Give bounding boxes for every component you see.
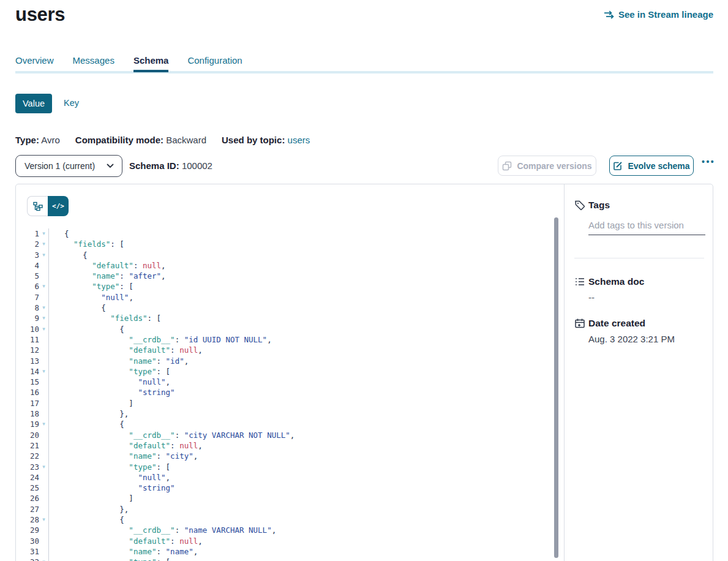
code-text: "__crdb__": "id UUID NOT NULL", <box>48 334 552 345</box>
code-line: 11 "__crdb__": "id UUID NOT NULL", <box>16 334 552 345</box>
code-line: 22 "name": "city", <box>16 451 552 461</box>
fold-spacer <box>39 504 48 514</box>
line-number: 2 <box>16 239 39 249</box>
version-select[interactable]: Version 1 (current) <box>15 155 122 177</box>
version-select-value: Version 1 (current) <box>24 161 95 171</box>
fold-arrow-icon[interactable]: ▾ <box>39 281 48 292</box>
code-line: 2▾ "fields": [ <box>16 239 552 249</box>
code-line: 29 "__crdb__": "name VARCHAR NULL", <box>16 525 552 535</box>
fold-spacer <box>39 377 48 387</box>
fold-arrow-icon[interactable]: ▾ <box>39 313 48 323</box>
code-view-icon: </> <box>52 202 64 210</box>
code-text: "type": [ <box>48 557 552 561</box>
code-line: 8▾ { <box>16 303 552 313</box>
code-text: "type": [ <box>48 366 552 377</box>
line-number: 6 <box>16 281 39 292</box>
fold-spacer <box>39 430 48 440</box>
code-line: 5 "name": "after", <box>16 271 552 281</box>
fold-spacer <box>39 398 48 409</box>
code-view-button[interactable]: </> <box>48 196 69 216</box>
evolve-schema-button[interactable]: Evolve schema <box>609 156 694 176</box>
code-line: 1▾{ <box>16 228 552 239</box>
stream-lineage-icon <box>604 10 614 19</box>
code-line: 18 }, <box>16 409 552 419</box>
schema-id-value: 100002 <box>182 160 212 171</box>
fold-arrow-icon[interactable]: ▾ <box>39 303 48 313</box>
fold-arrow-icon[interactable]: ▾ <box>39 462 48 472</box>
stream-lineage-link[interactable]: See in Stream lineage <box>604 9 713 20</box>
fold-arrow-icon[interactable]: ▾ <box>39 419 48 429</box>
code-text: "name": "city", <box>48 451 552 461</box>
line-number: 16 <box>16 387 39 397</box>
tab-configuration[interactable]: Configuration <box>187 55 242 70</box>
add-tags-input[interactable] <box>588 220 705 235</box>
line-number: 8 <box>16 303 39 313</box>
fold-spacer <box>39 525 48 535</box>
code-text: { <box>48 514 552 525</box>
value-toggle-button[interactable]: Value <box>15 94 52 113</box>
view-mode-toggle: </> <box>27 196 69 216</box>
line-number: 12 <box>16 345 39 355</box>
code-line: 21 "default": null, <box>16 440 552 451</box>
line-number: 5 <box>16 271 39 281</box>
compatibility-value: Backward <box>166 135 206 145</box>
code-line: 17 ] <box>16 398 552 409</box>
code-line: 23▾ "type": [ <box>16 462 552 472</box>
fold-spacer <box>39 271 48 281</box>
line-number: 18 <box>16 409 39 419</box>
line-number: 14 <box>16 366 39 377</box>
schema-meta-row: Type: Avro Compatibility mode: Backward … <box>15 135 310 145</box>
code-text: "name": "after", <box>48 271 552 281</box>
fold-spacer <box>39 387 48 397</box>
code-text: "default": null, <box>48 440 552 451</box>
line-number: 26 <box>16 493 39 503</box>
schema-panel: </> 1▾{2▾ "fields": [3▾ {4 "default": nu… <box>15 184 713 561</box>
line-number: 27 <box>16 504 39 514</box>
code-line: 31 "name": "name", <box>16 546 552 557</box>
line-number: 7 <box>16 292 39 303</box>
fold-spacer <box>39 440 48 451</box>
code-text: "__crdb__": "city VARCHAR NOT NULL", <box>48 430 552 440</box>
code-area[interactable]: 1▾{2▾ "fields": [3▾ {4 "default": null,5… <box>16 228 552 561</box>
fold-spacer <box>39 345 48 355</box>
line-number: 31 <box>16 546 39 557</box>
compatibility-field: Compatibility mode: Backward <box>75 135 206 145</box>
fold-arrow-icon[interactable]: ▾ <box>39 228 48 239</box>
key-toggle-button[interactable]: Key <box>64 98 79 108</box>
schema-sidebar: Tags Schema doc -- Date created Aug. 3 2… <box>565 184 713 561</box>
evolve-schema-label: Evolve schema <box>628 161 689 171</box>
fold-arrow-icon[interactable]: ▾ <box>39 557 48 561</box>
fold-spacer <box>39 483 48 493</box>
line-number: 4 <box>16 260 39 271</box>
fold-arrow-icon[interactable]: ▾ <box>39 514 48 525</box>
tab-overview[interactable]: Overview <box>15 55 54 70</box>
code-text: { <box>48 303 552 313</box>
fold-spacer <box>39 356 48 366</box>
compare-versions-button[interactable]: Compare versions <box>498 156 596 176</box>
tab-schema[interactable]: Schema <box>133 55 169 70</box>
stream-lineage-label: See in Stream lineage <box>618 9 713 20</box>
code-text: "type": [ <box>48 462 552 472</box>
more-options-button[interactable]: ••• <box>702 157 715 167</box>
code-text: "default": null, <box>48 536 552 546</box>
line-number: 28 <box>16 514 39 525</box>
fold-arrow-icon[interactable]: ▾ <box>39 239 48 249</box>
line-number: 30 <box>16 536 39 546</box>
code-text: "string" <box>48 387 552 397</box>
fold-spacer <box>39 292 48 303</box>
topic-link[interactable]: users <box>288 135 310 145</box>
editor-scrollbar-thumb[interactable] <box>553 216 560 559</box>
code-line: 24 "null", <box>16 472 552 483</box>
code-line: 10▾ { <box>16 324 552 334</box>
line-number: 9 <box>16 313 39 323</box>
fold-arrow-icon[interactable]: ▾ <box>39 324 48 334</box>
compare-versions-icon <box>502 161 512 171</box>
fold-arrow-icon[interactable]: ▾ <box>39 366 48 377</box>
code-text: }, <box>48 504 552 514</box>
type-value: Avro <box>41 135 60 145</box>
tree-view-button[interactable] <box>27 196 48 216</box>
code-text: "fields": [ <box>48 239 552 249</box>
type-label: Type: <box>15 135 39 145</box>
fold-arrow-icon[interactable]: ▾ <box>39 250 48 260</box>
tab-messages[interactable]: Messages <box>73 55 114 70</box>
